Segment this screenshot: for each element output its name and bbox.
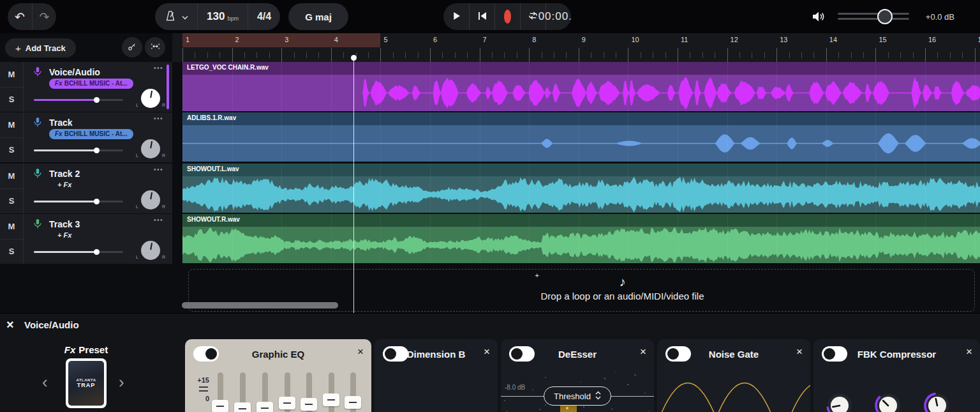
bpm-button[interactable]: 130 bpm xyxy=(197,3,248,30)
tuning-key-button[interactable] xyxy=(122,37,142,57)
eq-fader-handle[interactable] xyxy=(212,400,228,412)
play-button[interactable] xyxy=(443,3,469,30)
track-name[interactable]: Track 2 xyxy=(49,169,80,179)
bar-number: 13 xyxy=(780,36,787,43)
add-track-button[interactable]: + Add Track xyxy=(5,38,76,57)
pan-knob[interactable] xyxy=(141,190,160,210)
add-fx-button[interactable]: + Fx xyxy=(57,231,71,239)
metronome-button[interactable] xyxy=(155,3,197,30)
track-name[interactable]: Track 3 xyxy=(49,219,80,229)
audio-clip[interactable]: ADLIBS.1.R.wav xyxy=(182,112,980,162)
compressor-knobs[interactable] xyxy=(813,339,980,412)
record-button[interactable] xyxy=(494,3,520,30)
key-button[interactable]: G maj xyxy=(288,3,348,30)
bar-number: 3 xyxy=(285,36,288,43)
skip-to-start-button[interactable] xyxy=(469,3,494,30)
mute-button[interactable]: M xyxy=(0,112,23,137)
remove-effect-button[interactable]: × xyxy=(640,346,646,358)
bar-number: 1 xyxy=(186,36,189,43)
tempo-group: 130 bpm 4/4 xyxy=(155,3,280,30)
effect-toggle[interactable] xyxy=(383,346,408,362)
solo-button[interactable]: S xyxy=(0,239,23,264)
bar-ruler[interactable]: 1234567891011121314151617 xyxy=(172,33,980,62)
metronome-icon xyxy=(164,10,177,24)
effects-panel-track-name: Voice/Audio xyxy=(24,319,79,330)
mute-button[interactable]: M xyxy=(0,164,23,188)
track-name[interactable]: Track xyxy=(49,118,73,128)
playhead-handle[interactable] xyxy=(351,55,357,61)
speaker-icon[interactable] xyxy=(811,9,826,24)
time-signature-button[interactable]: 4/4 xyxy=(248,3,280,30)
toggle-knob xyxy=(385,348,396,360)
time-display[interactable]: 00:00.0 xyxy=(546,3,571,30)
audio-clip[interactable]: SHOWOUT.R.wav xyxy=(182,214,980,263)
solo-button[interactable]: S xyxy=(0,137,23,162)
master-db-readout: +0.0 dB xyxy=(926,12,954,22)
solo-button[interactable]: S xyxy=(0,188,23,213)
compressor-knob[interactable] xyxy=(828,393,852,412)
bar-number: 16 xyxy=(928,36,936,43)
bar-number: 10 xyxy=(631,36,639,43)
fx-chain-badge[interactable]: FxBCHILL MUSIC - At... xyxy=(49,79,133,89)
track-menu-button[interactable]: ••• xyxy=(154,166,163,173)
track-menu-button[interactable]: ••• xyxy=(154,65,163,72)
track-volume-slider[interactable] xyxy=(34,247,123,256)
pan-left-label: L xyxy=(136,103,138,107)
skip-start-icon xyxy=(477,10,488,24)
track-name[interactable]: Voice/Audio xyxy=(49,67,100,77)
eq-fader-handle[interactable] xyxy=(345,396,361,409)
audio-clip[interactable]: LETGO_VOC CHAIN.R.wav xyxy=(182,62,980,111)
fit-width-icon xyxy=(150,41,161,54)
pan-right-label: R xyxy=(162,255,165,259)
gate-curve-display xyxy=(657,339,810,412)
remove-effect-button[interactable]: × xyxy=(484,346,490,358)
compressor-knob[interactable] xyxy=(876,393,900,412)
fx-chain-badge[interactable]: FxBCHILL MUSIC - At... xyxy=(49,129,133,139)
fit-project-button[interactable] xyxy=(145,37,165,57)
master-volume-slider[interactable] xyxy=(838,8,909,25)
pan-knob[interactable] xyxy=(141,89,160,108)
redo-button[interactable]: ↷ xyxy=(32,3,56,30)
arrangement-area: + Add Track M S Voice/Audio ••• FxBCHILL… xyxy=(0,33,980,313)
effect-toggle[interactable] xyxy=(509,346,535,362)
undo-button[interactable]: ↶ xyxy=(8,3,32,30)
audio-clip[interactable]: SHOWOUT.L.wav xyxy=(182,164,980,213)
preset-artwork: ATLANTA TRAP xyxy=(68,361,104,406)
plus-icon: + xyxy=(15,43,21,54)
pan-left-label: L xyxy=(136,153,138,158)
eq-fader-handle[interactable] xyxy=(301,398,317,411)
track-menu-button[interactable]: ••• xyxy=(154,217,163,224)
eq-fader-handle[interactable] xyxy=(256,402,273,412)
pan-knob[interactable] xyxy=(141,241,160,260)
track-volume-slider[interactable] xyxy=(34,95,123,104)
effect-toggle[interactable] xyxy=(193,346,219,362)
track-menu-button[interactable]: ••• xyxy=(154,115,163,122)
eq-fader-handle[interactable] xyxy=(323,393,339,406)
add-track-label: Add Track xyxy=(26,43,66,53)
effect-card-noise-gate: Noise Gate × xyxy=(657,339,810,412)
loop-region-highlight[interactable] xyxy=(182,33,380,47)
solo-button[interactable]: S xyxy=(0,87,23,112)
master-volume: +0.0 dB xyxy=(811,0,980,33)
mute-button[interactable]: M xyxy=(0,214,23,239)
eq-fader-handle[interactable] xyxy=(234,402,251,412)
threshold-value: -8.0 dB xyxy=(505,384,525,391)
mic-icon xyxy=(32,167,43,179)
track-volume-slider[interactable] xyxy=(34,146,123,155)
horizontal-scrollbar[interactable] xyxy=(182,302,338,309)
waveform xyxy=(182,125,980,162)
preset-next-button[interactable]: › xyxy=(119,372,124,392)
add-fx-button[interactable]: + Fx xyxy=(57,181,71,188)
compressor-knob[interactable] xyxy=(925,393,949,412)
remove-effect-button[interactable]: × xyxy=(357,346,364,358)
threshold-selector[interactable]: Threshold xyxy=(544,386,611,406)
slider-knob[interactable] xyxy=(877,9,893,24)
mute-button[interactable]: M xyxy=(0,62,23,87)
pan-knob[interactable] xyxy=(141,139,160,158)
preset-card[interactable]: ATLANTA TRAP xyxy=(66,358,107,408)
eq-fader-handle[interactable] xyxy=(279,397,295,409)
track-volume-slider[interactable] xyxy=(34,197,123,206)
close-effects-panel-button[interactable]: × xyxy=(6,317,14,332)
preset-prev-button[interactable]: ‹ xyxy=(42,372,48,392)
dropzone-content: +♪ Drop a loop or an audio/MIDI/video fi… xyxy=(541,275,704,301)
